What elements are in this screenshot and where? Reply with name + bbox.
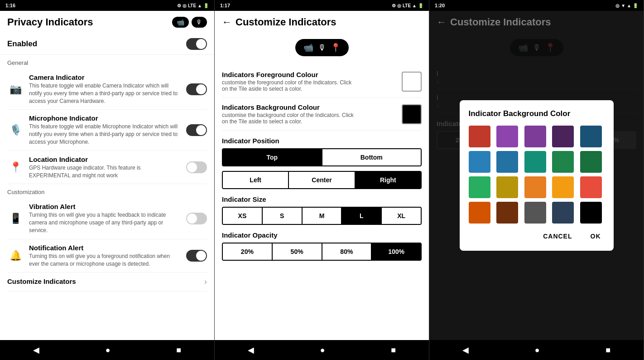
align-right-btn[interactable]: Right (355, 172, 421, 188)
color-cell-olive[interactable] (496, 176, 518, 198)
recent-nav-btn-1[interactable]: ■ (167, 342, 190, 359)
enabled-toggle[interactable] (186, 38, 207, 50)
dialog-title: Indicator Background Color (469, 109, 605, 118)
size-xs-btn[interactable]: XS (223, 208, 262, 224)
settings-icon-2: ⚙ (392, 3, 396, 8)
opacity-80-btn[interactable]: 80% (322, 243, 371, 260)
recent-nav-btn-3[interactable]: ■ (596, 342, 620, 359)
opacity-50-btn[interactable]: 50% (272, 243, 322, 260)
opacity-100-btn[interactable]: 100% (371, 243, 421, 260)
color-cell-green1[interactable] (552, 151, 574, 173)
color-cell-teal[interactable] (524, 151, 546, 173)
color-picker-dialog: Indicator Background Color (460, 100, 614, 251)
size-xl-btn[interactable]: XL (381, 208, 421, 224)
enabled-row: Enabled (0, 34, 214, 55)
notification-item: 🔔 Notification Alert Turning this on wil… (7, 239, 207, 273)
background-color-swatch[interactable] (402, 104, 422, 124)
mic-indicator-title: Microphone Indicator (29, 114, 181, 122)
color-cell-blue1[interactable] (469, 151, 490, 173)
color-grid (469, 126, 605, 224)
vibration-icon: 📱 (7, 210, 24, 227)
nav-bar-1: ◀ ● ■ (0, 340, 214, 360)
opacity-20-btn[interactable]: 20% (223, 243, 272, 260)
dialog-overlay: Indicator Background Color (429, 11, 644, 340)
position-top-btn[interactable]: Top (223, 149, 322, 165)
foreground-color-swatch[interactable] (402, 72, 422, 92)
notification-toggle[interactable] (186, 250, 207, 262)
background-color-label: Indicators Background Colour (222, 103, 358, 111)
notification-icon: 🔔 (7, 248, 24, 264)
page-title-2: Customize Indicators (235, 16, 422, 28)
color-cell-dark-purple[interactable] (552, 126, 574, 147)
header-icons-1: 📹 🎙 (172, 17, 207, 28)
location-toggle[interactable] (186, 161, 207, 173)
notification-text: Notification Alert Turning this on will … (29, 244, 181, 268)
vpn-icon-2: ◎ (397, 3, 401, 8)
home-nav-btn-1[interactable]: ● (96, 342, 120, 359)
foreground-color-text: Indicators Foreground Colour customise t… (222, 71, 358, 92)
mic-toggle[interactable] (186, 124, 207, 136)
customize-item[interactable]: Customize Indicators › (7, 272, 207, 292)
color-cell-gray[interactable] (524, 202, 546, 224)
time-3: 1:20 (435, 3, 445, 8)
settings-list: General 📷 Camera Indicator This feature … (0, 55, 214, 340)
mic-icon-btn[interactable]: 🎙 (192, 17, 207, 28)
back-nav-btn-1[interactable]: ◀ (24, 341, 48, 359)
position-segment: Top Bottom (222, 148, 422, 166)
color-cell-orange2[interactable] (552, 176, 574, 198)
color-cell-dark-gray[interactable] (552, 202, 574, 224)
time-2: 1:17 (220, 3, 230, 8)
camera-indicator-item: 📷 Camera Indicator This feature toggle w… (7, 69, 207, 110)
camera-indicator-desc: This feature toggle will enable Camera I… (29, 82, 181, 105)
back-nav-btn-3[interactable]: ◀ (453, 341, 478, 359)
pill-camera-icon: 📹 (303, 43, 313, 53)
camera-toggle[interactable] (186, 83, 207, 95)
color-cell-red[interactable] (469, 126, 490, 147)
align-center-btn[interactable]: Center (288, 172, 354, 188)
camera-indicator-title: Camera Indicator (29, 73, 181, 81)
size-s-btn[interactable]: S (262, 208, 302, 224)
opacity-label: Indicator Opacity (222, 231, 422, 239)
color-cell-black[interactable] (580, 202, 602, 224)
color-cell-navy[interactable] (580, 126, 602, 147)
status-bar-3: 1:20 ◎ ▼ ▲ 🔋 (429, 0, 644, 11)
position-bottom-btn[interactable]: Bottom (322, 149, 421, 165)
vibration-toggle[interactable] (186, 213, 207, 224)
color-cell-green2[interactable] (469, 176, 490, 198)
screen-3: ← Customize Indicators 📹 🎙 📍 I c... I c.… (429, 11, 644, 340)
size-m-btn[interactable]: M (302, 208, 341, 224)
home-nav-btn-2[interactable]: ● (311, 342, 334, 359)
dialog-actions: CANCEL OK (469, 231, 605, 242)
signal-icon: ▲ (197, 3, 202, 8)
opacity-segment: 20% 50% 80% 100% (222, 243, 422, 261)
network-text-2: LTE (403, 3, 411, 8)
dialog-ok-btn[interactable]: OK (587, 231, 605, 242)
customize-text: Customize Indicators (7, 277, 199, 286)
color-cell-blue2[interactable] (496, 151, 518, 173)
color-cell-dark-green[interactable] (580, 151, 602, 173)
color-cell-orange1[interactable] (524, 176, 546, 198)
camera-icon: 📹 (177, 19, 184, 26)
battery-icon-2: 🔋 (418, 3, 423, 8)
signal-icon-2: ▲ (412, 3, 417, 8)
indicator-pill: 📹 🎙 📍 (295, 39, 349, 56)
app-header-2: ← Customize Indicators (215, 11, 429, 34)
color-cell-purple1[interactable] (496, 126, 518, 147)
home-nav-btn-3[interactable]: ● (526, 342, 549, 359)
screen-1: Privacy Indicators 📹 🎙 Enabled General 📷… (0, 11, 214, 340)
size-l-btn[interactable]: L (341, 208, 381, 224)
back-nav-btn-2[interactable]: ◀ (239, 341, 263, 359)
settings-icon: ⚙ (177, 3, 181, 8)
pill-mic-icon: 🎙 (318, 43, 326, 53)
size-segment: XS S M L XL (222, 207, 422, 225)
dialog-cancel-btn[interactable]: CANCEL (539, 231, 576, 242)
align-left-btn[interactable]: Left (223, 172, 288, 188)
color-cell-brown[interactable] (496, 202, 518, 224)
color-cell-orange3[interactable] (580, 176, 602, 198)
back-btn-2[interactable]: ← (222, 16, 232, 28)
color-cell-purple2[interactable] (524, 126, 546, 147)
background-color-text: Indicators Background Colour customise t… (222, 103, 358, 125)
recent-nav-btn-2[interactable]: ■ (382, 342, 405, 359)
camera-icon-btn[interactable]: 📹 (172, 17, 189, 28)
color-cell-dark-orange[interactable] (469, 202, 490, 224)
